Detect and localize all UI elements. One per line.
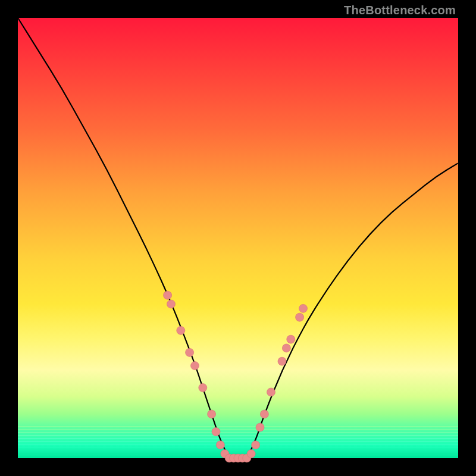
curve-marker <box>208 410 216 418</box>
curve-marker <box>212 428 220 436</box>
bottleneck-curve <box>18 18 458 458</box>
curve-marker <box>191 362 199 370</box>
curve-marker <box>278 357 286 365</box>
curve-marker <box>252 441 260 449</box>
curve-marker <box>296 313 304 321</box>
curve-marker <box>186 348 194 356</box>
chart-frame: TheBottleneck.com <box>0 0 476 476</box>
curve-marker <box>216 441 224 449</box>
curve-marker <box>167 300 176 308</box>
watermark-text: TheBottleneck.com <box>344 4 456 17</box>
curve-marker <box>267 388 275 396</box>
curve-markers <box>164 291 308 462</box>
curve-path <box>18 18 458 458</box>
curve-marker <box>256 423 264 431</box>
curve-marker <box>247 450 255 458</box>
curve-marker <box>199 384 207 392</box>
plot-area <box>18 18 458 458</box>
curve-marker <box>299 304 308 312</box>
curve-marker <box>177 326 185 334</box>
curve-marker <box>164 291 172 299</box>
curve-marker <box>260 410 268 418</box>
curve-marker <box>282 344 290 352</box>
curve-marker <box>287 335 295 343</box>
